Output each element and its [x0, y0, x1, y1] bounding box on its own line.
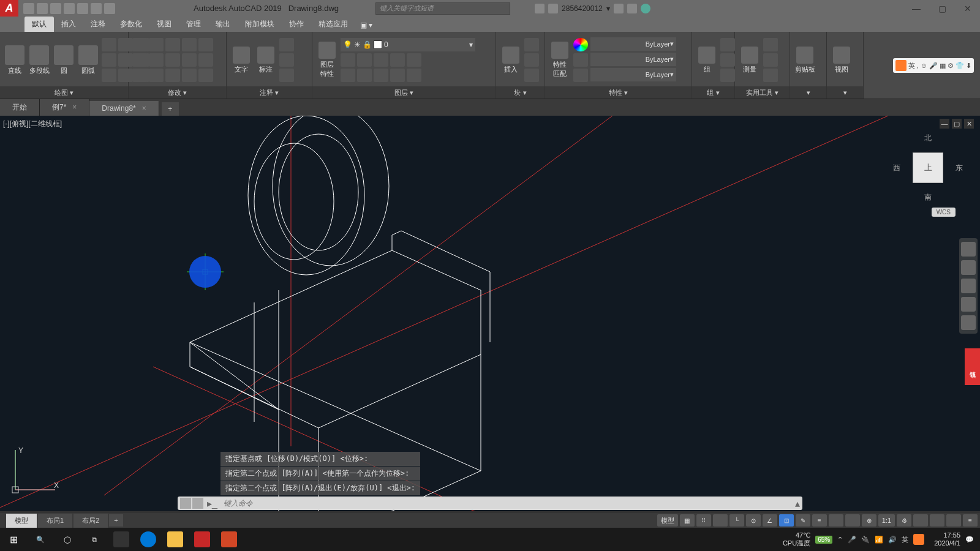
- customize-icon[interactable]: ≡: [963, 514, 978, 527]
- saveas-icon[interactable]: [64, 3, 75, 14]
- panel-label[interactable]: ▾: [790, 86, 826, 99]
- dimension-button[interactable]: 标注: [255, 47, 277, 74]
- new-icon[interactable]: [23, 3, 34, 14]
- ribbon-tab-insert[interactable]: 插入: [54, 17, 83, 32]
- ribbon-tab-more[interactable]: ▣ ▾: [355, 18, 377, 32]
- new-tab-button[interactable]: +: [162, 102, 179, 116]
- panel-label[interactable]: 修改 ▾: [129, 86, 226, 99]
- help-search[interactable]: 键入关键字或短语: [375, 2, 510, 15]
- add-layout-button[interactable]: +: [109, 514, 123, 527]
- clock[interactable]: 17:55 2020/4/1: [934, 531, 960, 547]
- grid-toggle-icon[interactable]: ▦: [680, 514, 695, 527]
- scale-icon[interactable]: [149, 69, 164, 82]
- circle-button[interactable]: 圆: [53, 45, 75, 75]
- panel-label[interactable]: 绘图 ▾: [0, 86, 128, 99]
- sogou-tray-icon[interactable]: [913, 534, 924, 545]
- file-tab-1[interactable]: 例7*×: [40, 99, 89, 116]
- layout-tab-model[interactable]: 模型: [6, 514, 37, 528]
- isodraft-toggle-icon[interactable]: ∠: [763, 514, 777, 527]
- file-tab-2[interactable]: Drawing8*×: [89, 101, 159, 116]
- tray-volume-icon[interactable]: 🔊: [888, 536, 897, 544]
- modify-tool-icon[interactable]: [198, 53, 213, 67]
- cmd-close-icon[interactable]: [180, 498, 191, 509]
- layer-dropdown[interactable]: 💡 ☀ 🔒 0 ▾: [341, 38, 475, 51]
- layer-properties-button[interactable]: 图层 特性: [316, 42, 338, 78]
- layer-tool-icon[interactable]: [374, 69, 388, 82]
- arc-button[interactable]: 圆弧: [77, 45, 99, 75]
- tray-chevron-icon[interactable]: ⌃: [837, 536, 843, 544]
- layer-tool-icon[interactable]: [390, 53, 405, 67]
- ribbon-tab-annotate[interactable]: 注释: [83, 17, 113, 32]
- tray-wifi-icon[interactable]: 📶: [875, 536, 883, 544]
- chevron-up-icon[interactable]: ▴: [795, 498, 800, 509]
- ucs-icon[interactable]: Y X: [6, 444, 61, 499]
- panel-label[interactable]: 块 ▾: [496, 86, 545, 99]
- layer-tool-icon[interactable]: [357, 69, 372, 82]
- ribbon-tab-output[interactable]: 输出: [208, 17, 238, 32]
- status-model-toggle[interactable]: 模型: [657, 514, 678, 527]
- cortana-button[interactable]: ◯: [54, 528, 81, 551]
- save-icon[interactable]: [50, 3, 61, 14]
- copy-icon[interactable]: [132, 53, 147, 67]
- draw-tool-icon[interactable]: [102, 53, 116, 67]
- match-properties-button[interactable]: 特性 匹配: [549, 42, 571, 78]
- panel-label[interactable]: 实用工具 ▾: [735, 86, 790, 99]
- rotate-icon[interactable]: [149, 38, 164, 51]
- color-wheel-icon[interactable]: [573, 38, 588, 51]
- color-dropdown[interactable]: ByLayer ▾: [590, 37, 676, 51]
- battery-indicator[interactable]: 65%: [815, 536, 832, 544]
- layer-tool-icon[interactable]: [407, 69, 421, 82]
- command-line[interactable]: ▸_ ▴: [178, 497, 802, 510]
- taskbar-edge[interactable]: [135, 528, 162, 551]
- drawing-canvas[interactable]: [-][俯视][二维线框] — ▢ ✕ 北 南 西 东 上 WCS 领钱: [0, 116, 980, 511]
- redo-icon[interactable]: [104, 3, 115, 14]
- status-icon[interactable]: [713, 514, 728, 527]
- command-input[interactable]: [220, 499, 795, 508]
- leader-icon[interactable]: [279, 38, 294, 51]
- status-icon[interactable]: [946, 514, 961, 527]
- mirror-icon[interactable]: [149, 53, 164, 67]
- status-icon[interactable]: [930, 514, 944, 527]
- insert-block-button[interactable]: 插入: [500, 47, 522, 74]
- a360-icon[interactable]: [627, 4, 637, 13]
- snap-toggle-icon[interactable]: ⠿: [696, 514, 711, 527]
- ribbon-tab-view[interactable]: 视图: [149, 17, 179, 32]
- user-icon[interactable]: [548, 4, 558, 13]
- table-icon[interactable]: [279, 53, 294, 67]
- move-icon[interactable]: [132, 38, 147, 51]
- tray-mic-icon[interactable]: 🎤: [848, 536, 856, 544]
- help-icon[interactable]: [641, 4, 650, 13]
- annot-tool-icon[interactable]: [279, 69, 294, 82]
- close-button[interactable]: ✕: [956, 0, 980, 17]
- undo-icon[interactable]: [91, 3, 102, 14]
- layer-tool-icon[interactable]: [341, 69, 355, 82]
- account-area[interactable]: 2856420012 ▾: [535, 4, 650, 13]
- panel-label[interactable]: 组 ▾: [692, 86, 734, 99]
- status-icon[interactable]: [829, 514, 843, 527]
- ribbon-tab-addins[interactable]: 附加模块: [238, 17, 282, 32]
- ribbon-tab-default[interactable]: 默认: [24, 17, 54, 32]
- line-button[interactable]: 直线: [4, 45, 26, 75]
- layer-tool-icon[interactable]: [407, 53, 421, 67]
- status-icon[interactable]: ⊕: [862, 514, 876, 527]
- linetype-icon[interactable]: [573, 69, 588, 82]
- status-icon[interactable]: ✎: [796, 514, 810, 527]
- modify-tool-icon[interactable]: [182, 53, 197, 67]
- plot-icon[interactable]: [77, 3, 88, 14]
- minimize-button[interactable]: —: [904, 0, 929, 17]
- panel-label[interactable]: 图层 ▾: [312, 86, 496, 99]
- panel-label[interactable]: ▾: [827, 86, 863, 99]
- lineweight-icon[interactable]: [573, 53, 588, 67]
- lineweight-toggle-icon[interactable]: ≡: [812, 514, 827, 527]
- linetype-dropdown[interactable]: ByLayer ▾: [590, 68, 676, 81]
- taskview-button[interactable]: ⧉: [81, 528, 108, 551]
- trim-icon[interactable]: [165, 38, 180, 51]
- layer-tool-icon[interactable]: [357, 53, 372, 67]
- tray-ime-lang[interactable]: 英: [902, 535, 908, 544]
- taskbar-autocad[interactable]: [189, 528, 216, 551]
- close-icon[interactable]: ×: [72, 103, 77, 111]
- group-tool-icon[interactable]: [720, 38, 735, 51]
- cart-icon[interactable]: [614, 4, 624, 13]
- file-tab-start[interactable]: 开始: [0, 99, 40, 116]
- cmd-config-icon[interactable]: [192, 498, 203, 509]
